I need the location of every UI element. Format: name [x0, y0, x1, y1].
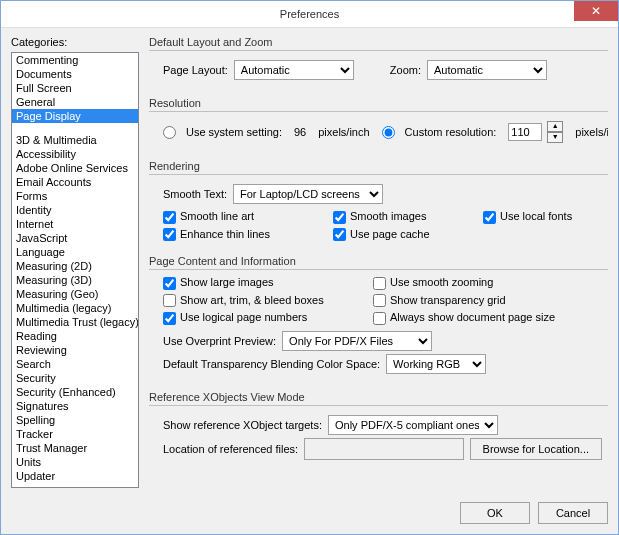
group-xobjects: Reference XObjects View Mode Show refere… [149, 391, 608, 471]
radio-custom-resolution[interactable] [382, 126, 395, 139]
category-item[interactable]: Commenting [12, 53, 138, 67]
category-item[interactable]: JavaScript [12, 231, 138, 245]
window-title: Preferences [280, 8, 339, 20]
category-item[interactable]: Multimedia Trust (legacy) [12, 315, 138, 329]
check-use-local-fonts[interactable]: Use local fonts [483, 210, 602, 224]
category-item[interactable]: Adobe Online Services [12, 161, 138, 175]
group-rendering: Rendering Smooth Text: For Laptop/LCD sc… [149, 160, 608, 249]
group-layout: Default Layout and Zoom Page Layout: Aut… [149, 36, 608, 91]
system-setting-unit: pixels/inch [318, 126, 369, 138]
system-setting-value: 96 [294, 126, 306, 138]
custom-resolution-input[interactable] [508, 123, 542, 141]
xobject-targets-label: Show reference XObject targets: [163, 419, 322, 431]
category-item[interactable]: Signatures [12, 399, 138, 413]
location-label: Location of referenced files: [163, 443, 298, 455]
group-content: Page Content and Information Show large … [149, 255, 608, 385]
system-setting-label: Use system setting: [186, 126, 282, 138]
page-layout-select[interactable]: Automatic [234, 60, 354, 80]
group-content-title: Page Content and Information [149, 255, 608, 267]
category-item[interactable]: Updater [12, 469, 138, 483]
custom-resolution-unit: pixels/inch [575, 126, 608, 138]
category-item[interactable]: Search [12, 357, 138, 371]
category-item[interactable]: Trust Manager [12, 441, 138, 455]
category-item[interactable]: Tracker [12, 427, 138, 441]
zoom-label: Zoom: [390, 64, 421, 76]
category-item[interactable]: Documents [12, 67, 138, 81]
category-item[interactable]: Language [12, 245, 138, 259]
titlebar: Preferences ✕ [1, 1, 618, 28]
preferences-window: Preferences ✕ Categories: CommentingDocu… [0, 0, 619, 535]
cancel-button[interactable]: Cancel [538, 502, 608, 524]
category-item[interactable]: Spelling [12, 413, 138, 427]
category-item[interactable]: 3D & Multimedia [12, 133, 138, 147]
smooth-text-label: Smooth Text: [163, 188, 227, 200]
category-item[interactable]: Units [12, 455, 138, 469]
group-resolution: Resolution Use system setting: 96 pixels… [149, 97, 608, 154]
location-field [304, 438, 463, 460]
category-item[interactable]: Identity [12, 203, 138, 217]
zoom-select[interactable]: Automatic [427, 60, 547, 80]
check-show-art-boxes[interactable]: Show art, trim, & bleed boxes [163, 294, 373, 308]
group-layout-title: Default Layout and Zoom [149, 36, 608, 48]
check-smooth-images[interactable]: Smooth images [333, 210, 483, 224]
browse-button[interactable]: Browse for Location... [470, 438, 602, 460]
dialog-body: Categories: CommentingDocumentsFull Scre… [1, 28, 618, 496]
radio-system-setting[interactable] [163, 126, 176, 139]
sidebar: Categories: CommentingDocumentsFull Scre… [11, 36, 139, 488]
overprint-select[interactable]: Only For PDF/X Files [282, 331, 432, 351]
category-item[interactable]: Measuring (3D) [12, 273, 138, 287]
spinner-down-icon[interactable]: ▼ [547, 132, 563, 143]
category-item[interactable]: Measuring (2D) [12, 259, 138, 273]
content-panel: Default Layout and Zoom Page Layout: Aut… [149, 36, 608, 488]
check-smooth-line-art[interactable]: Smooth line art [163, 210, 333, 224]
check-use-page-cache[interactable]: Use page cache [333, 228, 483, 242]
category-item[interactable]: Email Accounts [12, 175, 138, 189]
blend-label: Default Transparency Blending Color Spac… [163, 358, 380, 370]
custom-resolution-spinner[interactable]: ▲▼ [547, 121, 563, 143]
ok-button[interactable]: OK [460, 502, 530, 524]
check-use-logical-page-numbers[interactable]: Use logical page numbers [163, 311, 373, 325]
category-listbox[interactable]: CommentingDocumentsFull ScreenGeneralPag… [11, 52, 139, 488]
check-show-large-images[interactable]: Show large images [163, 276, 373, 290]
group-resolution-title: Resolution [149, 97, 608, 109]
category-item[interactable]: Measuring (Geo) [12, 287, 138, 301]
overprint-label: Use Overprint Preview: [163, 335, 276, 347]
custom-resolution-label: Custom resolution: [405, 126, 497, 138]
category-item[interactable]: Page Display [12, 109, 138, 123]
category-item[interactable]: Forms [12, 189, 138, 203]
category-item[interactable]: Reading [12, 329, 138, 343]
category-item[interactable]: Security [12, 371, 138, 385]
category-item[interactable]: Multimedia (legacy) [12, 301, 138, 315]
blend-select[interactable]: Working RGB [386, 354, 486, 374]
category-item[interactable]: Accessibility [12, 147, 138, 161]
check-enhance-thin-lines[interactable]: Enhance thin lines [163, 228, 333, 242]
xobject-targets-select[interactable]: Only PDF/X-5 compliant ones [328, 415, 498, 435]
category-item[interactable]: General [12, 95, 138, 109]
category-item[interactable]: Reviewing [12, 343, 138, 357]
sidebar-label: Categories: [11, 36, 139, 48]
category-item[interactable]: Security (Enhanced) [12, 385, 138, 399]
close-button[interactable]: ✕ [574, 1, 618, 21]
group-rendering-title: Rendering [149, 160, 608, 172]
check-use-smooth-zooming[interactable]: Use smooth zooming [373, 276, 602, 290]
smooth-text-select[interactable]: For Laptop/LCD screens [233, 184, 383, 204]
close-icon: ✕ [591, 4, 601, 18]
check-always-show-doc-size[interactable]: Always show document page size [373, 311, 602, 325]
page-layout-label: Page Layout: [163, 64, 228, 76]
dialog-footer: OK Cancel [1, 496, 618, 534]
group-xobjects-title: Reference XObjects View Mode [149, 391, 608, 403]
category-item[interactable]: Internet [12, 217, 138, 231]
check-show-transparency-grid[interactable]: Show transparency grid [373, 294, 602, 308]
category-item[interactable]: Full Screen [12, 81, 138, 95]
spinner-up-icon[interactable]: ▲ [547, 121, 563, 132]
